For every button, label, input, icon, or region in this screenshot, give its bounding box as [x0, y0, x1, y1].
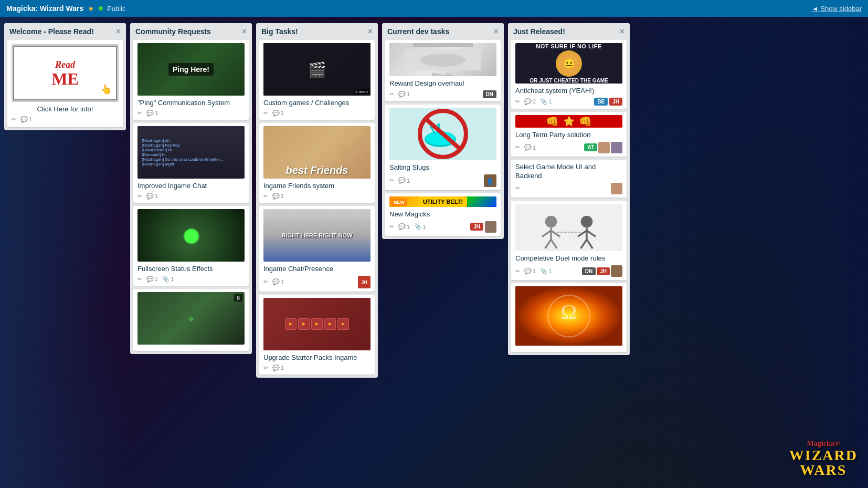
column-just-released-header: Just Released! ×: [508, 23, 630, 40]
card-read-me-comment-count: 1: [29, 116, 32, 122]
comment-icon: 💬: [524, 98, 532, 105]
svg-point-18: [581, 215, 593, 227]
column-welcome-header: Welcome - Please Read! ×: [4, 23, 126, 40]
avatar-magicks2: [485, 221, 496, 233]
card-slugs-footer: ✏ 💬1 👤: [389, 174, 496, 187]
card-ping-image: [137, 43, 245, 96]
card-upgrade-image: ▶ ▶ ▶ ▶ ▶: [263, 298, 371, 350]
comment-icon: 💬: [146, 276, 154, 283]
card-reward[interactable]: Desig... gra... Reward Design overhaul ✏…: [385, 40, 501, 101]
card-read-me-title: Click Here for info!: [12, 105, 119, 114]
avatar-party3: [611, 142, 622, 153]
card-anticheat-title: Anticheat system (YEAH!): [515, 87, 622, 96]
pkg4: ▶: [324, 318, 336, 330]
board: Welcome - Please Read! × Read ME 👆 Click…: [0, 17, 868, 488]
card-reward-meta: ✏ 💬1: [389, 91, 410, 98]
pencil-icon: ✏: [515, 144, 520, 151]
card-game-mode[interactable]: Select Game Mode UI and Backend ✏: [511, 160, 627, 198]
visibility-dot: [99, 6, 103, 11]
badge-jh-magicks: JH: [470, 223, 483, 231]
attachment-icon: 📎: [414, 223, 421, 230]
card-custom-games[interactable]: 🎬 1 mom Custom games / Challenges ✏ 💬1: [259, 40, 375, 120]
card-slugs-image: [389, 108, 496, 160]
card-custom-games-title: Custom games / Challenges: [263, 99, 371, 108]
show-sidebar-button[interactable]: ◄ Show sidebar: [812, 5, 862, 13]
avatar-comp: [611, 265, 622, 277]
card-map-image: 8 ◆: [137, 292, 245, 345]
comment-icon: 💬: [272, 110, 280, 117]
avatar-game-mode: [611, 183, 622, 194]
card-competitive[interactable]: Competetive Duel mode rules ✏ 💬1 📎1 DN J…: [511, 201, 627, 281]
column-just-released-cards: NOT SURE IF NO LIFE 😐 OR JUST CHEATED TH…: [508, 40, 630, 355]
card-reward-title: Reward Design overhaul: [389, 79, 496, 88]
pkg3: ▶: [311, 318, 323, 330]
card-read-me-comments: 💬 1: [20, 116, 32, 123]
star-icon[interactable]: ★: [88, 4, 94, 13]
card-anticheat[interactable]: NOT SURE IF NO LIFE 😐 OR JUST CHEATED TH…: [511, 40, 627, 109]
card-competitive-footer: ✏ 💬1 📎1 DN JH: [515, 265, 622, 277]
column-current-dev-close[interactable]: ×: [494, 27, 499, 36]
column-welcome-close[interactable]: ×: [116, 27, 121, 36]
badge-dn: DN: [483, 90, 496, 98]
card-game-mode-footer: ✏: [515, 183, 622, 194]
card-presence-footer: ✏ 💬1 JH: [263, 276, 371, 288]
card-game-mode-title: Select Game Mode UI and Backend: [515, 163, 622, 181]
column-big-tasks-close[interactable]: ×: [368, 27, 373, 36]
column-just-released-close[interactable]: ×: [620, 27, 624, 36]
card-ping[interactable]: "Ping" Communication System ✏ 💬1: [133, 40, 249, 120]
comment-icon: 💬: [272, 278, 280, 285]
card-presence-image: [263, 209, 371, 262]
card-party[interactable]: 👊 ⭐ 👊 Long Term Party solution ✏ 💬1 AT: [511, 112, 627, 157]
comment-icon: 💬: [524, 268, 532, 275]
card-magicks[interactable]: NEW UTILITY BELT! New Magicks ✏ 💬1 📎1 JH: [385, 193, 501, 236]
card-friends-system[interactable]: Ingame Friends system ✏ 💬1: [259, 123, 375, 203]
attachment-icon: 📎: [162, 276, 170, 283]
pkg5: ▶: [337, 318, 349, 330]
card-scroll[interactable]: Ω: [511, 283, 627, 352]
column-just-released: Just Released! × NOT SURE IF NO LIFE 😐 O…: [508, 23, 630, 355]
card-presence-title: Ingame Chat/Presence: [263, 265, 371, 274]
pencil-icon: ✏: [263, 193, 268, 200]
card-party-meta: ✏ 💬1: [515, 144, 536, 151]
svg-text:Ω: Ω: [561, 300, 577, 324]
card-magicks-image: NEW UTILITY BELT!: [389, 196, 496, 207]
column-community-close[interactable]: ×: [242, 27, 247, 36]
card-party-image: 👊 ⭐ 👊: [515, 115, 622, 128]
column-big-tasks-title: Big Tasks!: [261, 27, 298, 36]
column-community-title: Community Requests: [135, 27, 211, 36]
card-read-me-image: Read ME 👆: [12, 44, 119, 102]
card-anticheat-meta: ✏ 💬2 📎1: [515, 98, 552, 105]
card-ingame-chat[interactable]: [Nisshagen] ah [Nisshagen] hey hey [Lava…: [133, 123, 249, 203]
board-title: Magicka: Wizard Wars: [6, 4, 83, 13]
comment-icon: 💬: [272, 193, 280, 200]
card-fullscreen-image: [137, 209, 245, 262]
column-big-tasks: Big Tasks! × 🎬 1 mom Custom games / Chal…: [256, 23, 378, 378]
card-slugs-meta: ✏ 💬1: [389, 177, 410, 184]
avatar-slug: 👤: [484, 174, 496, 187]
pkg1: ▶: [285, 318, 297, 330]
card-scroll-image: Ω: [515, 286, 622, 346]
comment-icon: 💬: [524, 144, 532, 151]
card-competitive-image: [515, 204, 622, 252]
card-map[interactable]: 8 ◆: [133, 289, 249, 351]
card-competitive-meta: ✏ 💬1 📎1: [515, 268, 552, 275]
avatar-party2: [598, 142, 610, 153]
card-slugs[interactable]: Salting Slugs ✏ 💬1 👤: [385, 105, 501, 190]
column-current-dev-header: Current dev tasks ×: [382, 23, 504, 40]
pencil-icon: ✏: [137, 110, 142, 117]
topbar: Magicka: Wizard Wars ★ Public ◄ Show sid…: [0, 0, 868, 17]
pencil-icon: ✏: [137, 193, 142, 200]
card-fullscreen-meta: ✏ 💬2 📎1: [137, 276, 245, 283]
comment-icon: 💬: [20, 116, 28, 123]
card-presence[interactable]: Ingame Chat/Presence ✏ 💬1 JH: [259, 206, 375, 292]
card-custom-games-image: 🎬 1 mom: [263, 43, 371, 96]
svg-text:👤: 👤: [486, 177, 494, 184]
badge-dn-comp: DN: [582, 267, 596, 275]
card-fullscreen[interactable]: Fullscreen Status Effects ✏ 💬2 📎1: [133, 206, 249, 286]
card-upgrade-meta: ✏ 💬1: [263, 365, 371, 371]
card-upgrade[interactable]: ▶ ▶ ▶ ▶ ▶ Upgrade Starter Packs Ingame ✏…: [259, 295, 375, 375]
card-reward-footer: ✏ 💬1 DN: [389, 90, 496, 98]
comment-icon: 💬: [398, 223, 406, 230]
card-read-me[interactable]: Read ME 👆 Click Here for info! ✏ 💬 1: [7, 40, 123, 127]
badge-at: AT: [584, 143, 597, 151]
